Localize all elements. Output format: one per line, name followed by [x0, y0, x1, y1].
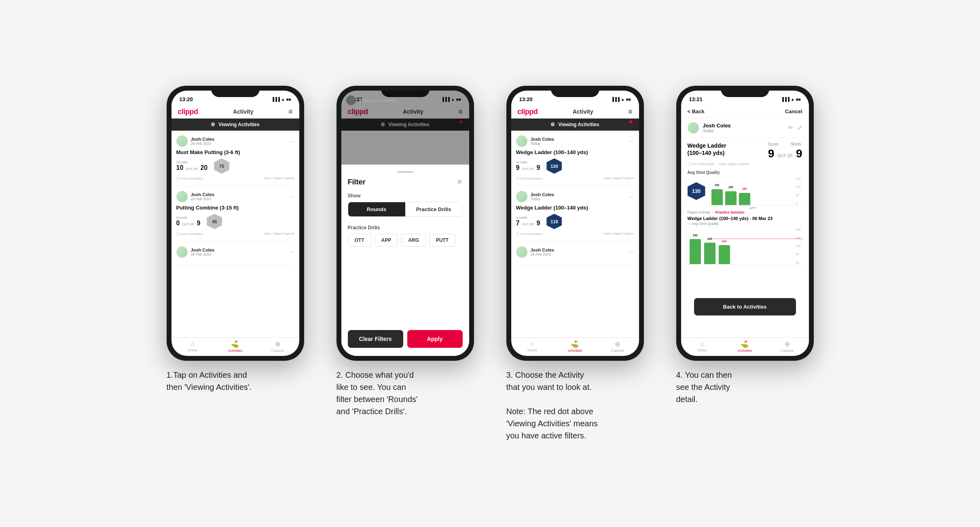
outof-value-2: 9: [197, 220, 200, 227]
more-dots-2[interactable]: ···: [290, 193, 294, 200]
filter-toggle-row: Rounds Practice Drills: [348, 202, 463, 217]
close-icon-2[interactable]: ✕: [457, 178, 463, 186]
drill-buttons-row: OTT APP ARG PUTT: [348, 234, 463, 247]
drill-putt[interactable]: PUTT: [429, 234, 455, 247]
activity-item-3-3[interactable]: Josh Coles 28 Feb 2023 ···: [516, 241, 634, 265]
nav-activities-1[interactable]: ⛳ Activities: [214, 340, 256, 353]
nav-activities-4[interactable]: ⛳ Activities: [724, 340, 766, 353]
activity-item-1[interactable]: Josh Coles 28 Feb 2023 ··· Must Make Put…: [176, 131, 294, 186]
phone-notch-4: [721, 86, 769, 97]
edit-icon[interactable]: ✏: [788, 124, 793, 131]
score-col-label: Score: [768, 142, 779, 146]
hamburger-icon-1[interactable]: ≡: [288, 108, 293, 116]
user-date-3-3: 28 Feb 2023: [531, 252, 555, 256]
phone-frame-3: 13:20 ▐▐▐ ▲ ■■ clippd Activity ≡ ⚙ Viewi…: [506, 86, 644, 361]
data-source-2: Data: Clippd Capture: [264, 232, 294, 236]
nav-bar-3: clippd Activity ≡: [511, 105, 639, 119]
home-icon-4: ⌂: [700, 340, 704, 347]
activity-item-3-2[interactable]: Josh Coles Today ··· Wedge Ladder (100–1…: [516, 186, 634, 241]
outof-value-3-2: 9: [536, 220, 540, 227]
test-info-2: ⓘ Test Information: [176, 232, 203, 236]
test-info-3-1: ⓘ Test Information: [516, 176, 543, 181]
phone-screen-2: 13:21 ▐▐▐ ▲ ■■ clippd Activity ≡ ⚙ Viewi…: [341, 91, 469, 356]
nav-capture-4[interactable]: ⊕ Capture: [766, 340, 809, 353]
user-date-3: 28 Feb 2023: [191, 252, 215, 256]
filter-handle: [397, 171, 413, 173]
more-dots-3-2[interactable]: ···: [629, 193, 634, 200]
avg-sq-section: Avg Shot Quality 130 132 129: [681, 168, 809, 208]
nav-bar-1: clippd Activity ≡: [171, 105, 299, 119]
activities-icon-4: ⛳: [741, 340, 749, 348]
filter-modal: Filter ✕ Show Rounds Practice Drills Pra…: [341, 165, 469, 356]
avatar-3-1: [516, 135, 527, 147]
user-name-2: Josh Coles: [191, 192, 215, 197]
user-date-1: 28 Feb 2023: [191, 142, 215, 146]
activity-item-2[interactable]: Josh Coles 28 Feb 2023 ··· Putting Combi…: [176, 186, 294, 241]
practice-drills-label: Practice Drills: [348, 225, 463, 231]
drill-app[interactable]: APP: [375, 234, 398, 247]
capture-icon-1: ⊕: [275, 340, 280, 348]
test-info-3-2: ⓘ Test Information: [516, 232, 543, 236]
detail-score: 9: [768, 147, 775, 160]
nav-capture-3[interactable]: ⊕ Capture: [596, 340, 639, 353]
viewing-activities-bar-1[interactable]: ⚙ Viewing Activities: [171, 119, 299, 131]
status-icons-3: ▐▐▐ ▲ ■■: [611, 97, 631, 102]
detail-outof-label: OUT OF: [777, 154, 793, 158]
detail-user-name: Josh Coles: [703, 123, 731, 129]
activity-item-3-1[interactable]: Josh Coles Today ··· Wedge Ladder (100–1…: [516, 131, 634, 186]
nav-capture-1[interactable]: ⊕ Capture: [256, 340, 299, 353]
shot-quality-3-1: 130: [546, 159, 562, 174]
more-dots-1[interactable]: ···: [290, 138, 294, 144]
outof-value-3-1: 9: [536, 164, 540, 171]
player-activity-section: Player Activity › Practice Session Wedge…: [681, 208, 809, 267]
more-dots-3-1[interactable]: ···: [629, 138, 634, 144]
bottom-nav-4: ⌂ Home ⛳ Activities ⊕ Capture: [681, 337, 809, 356]
nav-activities-3[interactable]: ⛳ Activities: [554, 340, 596, 353]
expand-icon[interactable]: ⤢: [797, 124, 802, 131]
viewing-activities-bar-3[interactable]: ⚙ Viewing Activities: [511, 119, 639, 131]
avatar-1: [176, 135, 188, 147]
detail-outof: 9: [796, 147, 802, 160]
apply-button[interactable]: Apply: [407, 330, 463, 348]
user-name-3-1: Josh Coles: [531, 137, 555, 142]
outof-label-2: OUT OF: [182, 222, 194, 226]
phone-col-3: 13:20 ▐▐▐ ▲ ■■ clippd Activity ≡ ⚙ Viewi…: [498, 86, 652, 442]
cancel-button[interactable]: Cancel: [785, 108, 802, 114]
activity-item-3[interactable]: Josh Coles 28 Feb 2023 ···: [176, 241, 294, 265]
user-name-3: Josh Coles: [191, 248, 215, 252]
back-button[interactable]: < Back: [688, 108, 705, 114]
nav-home-1[interactable]: ⌂ Home: [171, 340, 214, 353]
back-to-activities-button[interactable]: Back to Activities: [694, 298, 796, 315]
phone-notch-1: [211, 86, 260, 97]
detail-user-row: Josh Coles Today ✏ ⤢: [681, 118, 809, 138]
more-dots-3-3[interactable]: ···: [629, 249, 634, 255]
phone-screen-3: 13:20 ▐▐▐ ▲ ■■ clippd Activity ≡ ⚙ Viewi…: [511, 91, 639, 356]
avatar-3-2: [516, 191, 527, 202]
user-name-3-3: Josh Coles: [531, 248, 555, 252]
dimmed-bg-2: Viewing Activities: [341, 91, 469, 165]
more-dots-3[interactable]: ···: [290, 249, 294, 255]
detail-user-date: Today: [703, 129, 731, 133]
nav-home-3[interactable]: ⌂ Home: [511, 340, 554, 353]
phone-col-4: 13:21 ▐▐▐ ▲ ■■ < Back Cancel Josh Coles …: [668, 86, 822, 405]
nav-title-1: Activity: [233, 108, 254, 115]
data-source-3-1: Data: Clippd Capture: [604, 176, 634, 181]
rounds-button[interactable]: Rounds: [348, 202, 405, 216]
viewing-activities-label-1: Viewing Activities: [218, 122, 259, 127]
score-label-3-2: Score: [516, 216, 540, 220]
drill-ott[interactable]: OTT: [348, 234, 371, 247]
outof-value-1: 20: [200, 164, 207, 171]
nav-home-4[interactable]: ⌂ Home: [681, 340, 724, 353]
activity-list-3: Josh Coles Today ··· Wedge Ladder (100–1…: [511, 131, 639, 337]
data-source-3-2: Data: Clippd Capture: [604, 232, 634, 236]
activities-icon-1: ⛳: [231, 340, 239, 348]
user-name-3-2: Josh Coles: [531, 192, 555, 197]
outof-label-3-2: OUT OF: [522, 222, 534, 226]
bottom-nav-3: ⌂ Home ⛳ Activities ⊕ Capture: [511, 337, 639, 356]
clear-filters-button[interactable]: Clear Filters: [348, 330, 403, 348]
hamburger-icon-3[interactable]: ≡: [628, 108, 633, 116]
activity-title-2: Putting Combine (3-15 ft): [176, 205, 294, 211]
drill-arg[interactable]: ARG: [401, 234, 426, 247]
practice-drills-button[interactable]: Practice Drills: [405, 202, 462, 216]
viewing-activities-label-3: Viewing Activities: [558, 122, 599, 127]
